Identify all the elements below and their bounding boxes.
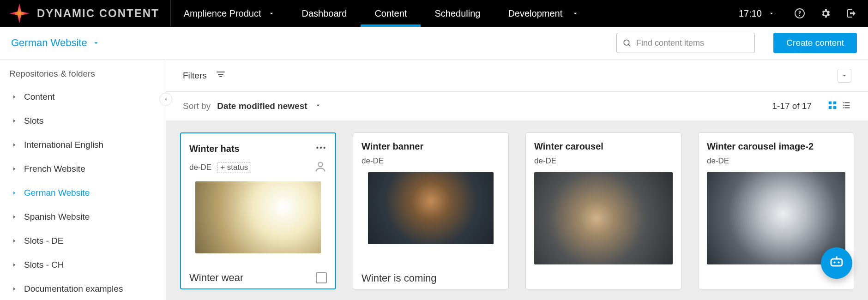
svg-rect-5: [833, 101, 836, 104]
sidebar-item-french-website[interactable]: French Website: [5, 157, 161, 180]
nav-tabs: Dashboard Content Scheduling: [288, 0, 494, 27]
settings-button[interactable]: [813, 8, 838, 19]
chevron-right-icon: [11, 190, 18, 196]
grid-view-button[interactable]: [827, 100, 838, 113]
chevron-right-icon: [11, 142, 18, 148]
card-title: Winter hats: [189, 144, 315, 154]
chevron-down-icon: [92, 39, 100, 47]
sort-row: Sort by Date modified newest 1-17 of 17: [166, 92, 868, 120]
sidebar-item-label: German Website: [24, 188, 90, 198]
search-input[interactable]: [636, 38, 749, 48]
create-content-button[interactable]: Create content: [773, 33, 857, 53]
chevron-down-icon: [314, 102, 322, 109]
tab-scheduling-label: Scheduling: [434, 8, 480, 19]
sidebar-item-label: Content: [24, 92, 55, 102]
content-card[interactable]: Winter carousel de-DE: [525, 132, 681, 289]
sidebar-item-content[interactable]: Content: [5, 85, 161, 108]
filters-button[interactable]: [215, 69, 226, 82]
svg-rect-12: [831, 259, 842, 266]
svg-rect-6: [829, 106, 832, 108]
collapse-sidebar-button[interactable]: [159, 93, 172, 106]
svg-point-16: [836, 256, 838, 258]
help-icon: [794, 8, 805, 19]
chevron-right-icon: [11, 238, 18, 244]
subheader: German Website Create content: [0, 27, 868, 59]
sidebar-item-label: Slots: [24, 116, 43, 126]
locale-tag: de-DE: [362, 156, 384, 166]
search-field[interactable]: [616, 33, 755, 53]
tab-content[interactable]: Content: [361, 0, 421, 27]
tab-dashboard[interactable]: Dashboard: [288, 0, 361, 27]
sidebar-item-label: Spanish Website: [24, 212, 90, 222]
filter-icon: [215, 69, 226, 80]
card-title: Winter banner: [362, 141, 500, 152]
user-icon: [314, 160, 327, 173]
brand-name: DYNAMIC CONTENT: [37, 7, 159, 20]
more-horizontal-icon: [315, 142, 327, 154]
env-selector[interactable]: Development: [494, 8, 593, 19]
card-thumbnail: [189, 179, 327, 267]
product-selector-label: Amplience Product: [184, 8, 261, 19]
sidebar-item-label: Documentation examples: [24, 284, 123, 294]
logout-icon: [846, 8, 857, 19]
env-selector-label: Development: [508, 8, 562, 19]
filters-label: Filters: [183, 71, 207, 81]
repository-dropdown[interactable]: German Website: [11, 37, 100, 49]
chat-fab[interactable]: [821, 247, 852, 279]
svg-point-11: [318, 162, 322, 167]
sidebar-item-label: Slots - CH: [24, 260, 64, 270]
svg-point-13: [833, 261, 835, 263]
card-checkbox[interactable]: [316, 272, 327, 283]
content-card[interactable]: Winter hats de-DE + status Winter wear: [180, 132, 336, 289]
status-tag[interactable]: + status: [217, 162, 251, 173]
locale-tag: de-DE: [189, 163, 211, 172]
card-title: Winter carousel image-2: [707, 141, 845, 152]
locale-tag: de-DE: [707, 156, 729, 166]
chevron-down-icon: [841, 72, 848, 79]
content-card[interactable]: Winter banner de-DE Winter is coming: [353, 132, 509, 289]
main: Filters Sort by Date modified newest 1-1…: [166, 60, 868, 300]
sidebar-item-label: Slots - DE: [24, 236, 64, 246]
chevron-down-icon: [768, 10, 775, 17]
card-thumbnail: [534, 169, 673, 284]
card-menu-button[interactable]: [315, 142, 327, 156]
sidebar-item-label: International English: [24, 140, 103, 150]
svg-rect-4: [829, 101, 832, 104]
sidebar-item-label: French Website: [24, 164, 85, 174]
sidebar-item-slots[interactable]: Slots: [5, 109, 161, 132]
sidebar-tree: Content Slots International English Fren…: [0, 85, 166, 300]
sidebar-item-slots-de[interactable]: Slots - DE: [5, 229, 161, 252]
sort-label: Sort by: [183, 101, 211, 111]
clock[interactable]: 17:10: [727, 8, 787, 19]
svg-line-3: [628, 44, 630, 46]
sidebar-item-german-website[interactable]: German Website: [5, 181, 161, 204]
sidebar-item-slots-ch[interactable]: Slots - CH: [5, 253, 161, 276]
sidebar-item-international-english[interactable]: International English: [5, 133, 161, 156]
chevron-right-icon: [11, 286, 18, 292]
assignee-icon[interactable]: [314, 160, 327, 175]
sort-dropdown[interactable]: Date modified newest: [217, 101, 322, 111]
svg-point-8: [316, 147, 318, 149]
chevron-right-icon: [11, 118, 18, 124]
sidebar-item-spanish-website[interactable]: Spanish Website: [5, 205, 161, 228]
logout-button[interactable]: [838, 8, 868, 19]
chevron-right-icon: [11, 214, 18, 220]
repository-dropdown-label: German Website: [11, 37, 87, 49]
product-selector[interactable]: Amplience Product: [171, 0, 288, 27]
expand-filters-button[interactable]: [838, 69, 851, 83]
sidebar-item-documentation-examples[interactable]: Documentation examples: [5, 277, 161, 300]
sort-value-label: Date modified newest: [217, 101, 307, 111]
svg-point-9: [320, 147, 322, 149]
brand-star-icon: [8, 2, 30, 24]
tab-scheduling[interactable]: Scheduling: [421, 0, 494, 27]
filters-row: Filters: [166, 60, 868, 92]
list-icon: [841, 100, 851, 110]
sidebar-title: Repositories & folders: [0, 60, 166, 85]
help-button[interactable]: [787, 8, 813, 19]
clock-value: 17:10: [739, 8, 762, 19]
svg-marker-0: [9, 3, 30, 24]
svg-rect-7: [833, 106, 836, 108]
list-view-button[interactable]: [841, 100, 851, 113]
chevron-left-icon: [163, 96, 169, 102]
result-count: 1-17 of 17: [772, 101, 812, 111]
